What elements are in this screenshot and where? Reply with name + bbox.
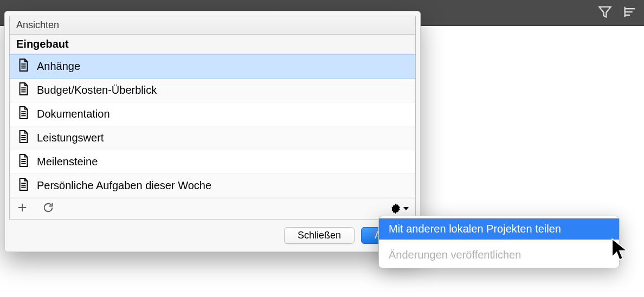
list-item[interactable]: Meilensteine [10,150,415,174]
mouse-cursor [610,237,629,261]
filter-icon[interactable] [597,4,613,22]
menu-item-share[interactable]: Mit anderen lokalen Projekten teilen [379,218,619,240]
list-item[interactable]: Persönliche Aufgaben dieser Woche [10,174,415,198]
list-item[interactable]: Anhänge [10,54,415,79]
menu-separator [379,242,619,242]
group-header: Eingebaut [10,35,415,54]
views-panel: Ansichten Eingebaut Anhänge Budget/Koste… [4,11,421,252]
listbox-footer [10,198,415,219]
document-icon [17,153,29,170]
plus-icon[interactable] [16,202,28,216]
list-item[interactable]: Leistungswert [10,126,415,150]
views-listbox: Ansichten Eingebaut Anhänge Budget/Koste… [9,16,416,219]
dialog-buttons: Schließen Aktivi [5,219,420,244]
document-icon [17,58,29,75]
listbox-header: Ansichten [10,16,415,35]
gear-menu-button[interactable] [390,203,409,215]
list-item-label: Anhänge [37,60,80,73]
document-icon [17,106,29,122]
document-icon [17,82,29,99]
list-item[interactable]: Budget/Kosten-Überblick [10,79,415,102]
document-icon [17,177,29,194]
close-button[interactable]: Schließen [284,227,355,244]
chevron-down-icon [403,207,409,210]
refresh-icon[interactable] [42,202,54,216]
gear-popup-menu: Mit anderen lokalen Projekten teilen Änd… [378,216,620,268]
list-item-label: Meilensteine [37,156,98,168]
document-icon [17,130,29,146]
list-item[interactable]: Dokumentation [10,102,415,126]
menu-item-publish: Änderungen veröffentlichen [379,244,619,266]
list-item-label: Budget/Kosten-Überblick [37,84,157,96]
list-item-label: Dokumentation [37,108,110,120]
list-item-label: Persönliche Aufgaben dieser Woche [37,179,211,192]
list-item-label: Leistungswert [37,132,104,144]
align-left-icon[interactable] [622,4,637,22]
